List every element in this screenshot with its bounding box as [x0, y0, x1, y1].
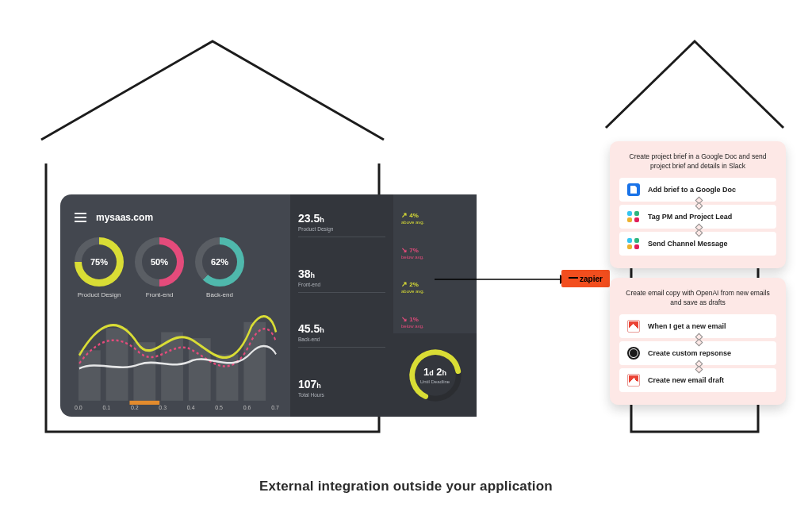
svg-rect-6 — [243, 322, 266, 401]
donut-percent: 75% — [75, 237, 124, 287]
workflow-step-label: When I get a new email — [648, 322, 726, 330]
stat-caption: Front-end — [298, 282, 385, 287]
workflow-connector-icon — [698, 201, 699, 206]
trend-arrow-icon: ↗ — [401, 280, 408, 288]
donut-back-end: 62%Back-end — [195, 237, 244, 298]
x-tick: 0.1 — [102, 405, 110, 410]
x-axis-ticks: 0.00.10.20.30.40.50.60.7 — [75, 405, 279, 410]
workflow-step-label: Create custom repsonse — [648, 349, 731, 357]
donut-percent: 62% — [195, 237, 244, 287]
stat-caption: Product Design — [298, 226, 385, 232]
x-tick: 0.0 — [75, 405, 82, 410]
workflow-connector-icon — [698, 364, 699, 369]
slack-icon — [627, 237, 640, 250]
workflow-connector-icon — [698, 337, 699, 342]
countdown-arc-icon — [404, 344, 466, 406]
workflow-step-label: Tag PM and Project Lead — [648, 213, 732, 221]
area-chart: 0.00.10.20.30.40.50.60.7 — [75, 308, 279, 409]
stats-column: 23.5hProduct Design38hFront-end45.5hBack… — [290, 194, 393, 417]
stat-value: 23.5h — [298, 212, 385, 225]
x-tick: 0.2 — [131, 405, 139, 410]
stat-value: 45.5h — [298, 322, 385, 335]
google-doc-icon — [627, 183, 640, 196]
trend-item: ↘ 1%below avg. — [401, 316, 472, 329]
trend-arrow-icon: ↗ — [401, 211, 408, 219]
gmail-icon — [627, 320, 640, 333]
trend-arrow-icon: ↘ — [401, 246, 408, 254]
countdown-tile: 1d 2h Until Deadline — [393, 333, 477, 417]
trend-pct: ↗ 2% — [401, 281, 419, 288]
saas-dashboard: mysaas.com 75%Product Design50%Front-end… — [60, 194, 477, 417]
trend-sub: below avg. — [401, 255, 424, 260]
donut-front-end: 50%Front-end — [135, 237, 184, 298]
workflow-step-label: Add brief to a Google Doc — [648, 186, 736, 194]
trend-sub: above avg. — [401, 220, 424, 225]
slack-icon — [627, 210, 640, 223]
area-chart-svg — [75, 308, 279, 409]
stat-caption: Back-end — [298, 337, 385, 342]
gmail-icon — [627, 374, 640, 387]
diagram-caption: External integration outside your applic… — [0, 479, 812, 494]
trend-arrow-icon: ↘ — [401, 315, 408, 323]
x-tick: 0.5 — [215, 405, 223, 410]
trend-sub: above avg. — [401, 289, 424, 294]
site-name: mysaas.com — [96, 212, 153, 223]
donut-label: Product Design — [78, 291, 121, 298]
svg-rect-1 — [106, 328, 128, 400]
trend-pct: ↘ 7% — [401, 247, 419, 254]
trend-item: ↗ 4%above avg. — [401, 212, 472, 225]
stat-row: 23.5hProduct Design — [298, 209, 385, 237]
x-tick: 0.7 — [271, 405, 279, 410]
stat-value: 38h — [298, 267, 385, 280]
donut-label: Front-end — [146, 291, 174, 298]
donut-row: 75%Product Design50%Front-end62%Back-end — [75, 237, 279, 298]
workflow-title: Create project brief in a Google Doc and… — [619, 152, 776, 178]
trend-pct: ↘ 1% — [401, 316, 419, 323]
stat-caption: Total Hours — [298, 392, 385, 398]
openai-icon — [627, 347, 640, 360]
stat-row: 38hFront-end — [298, 264, 385, 293]
svg-rect-0 — [79, 350, 101, 401]
workflow-stack: Create project brief in a Google Doc and… — [610, 141, 786, 405]
dashboard-main-column: mysaas.com 75%Product Design50%Front-end… — [60, 194, 290, 417]
connector-arrow — [435, 279, 568, 280]
workflow-connector-icon — [698, 228, 699, 233]
trend-column: ↗ 4%above avg.↘ 7%below avg.↗ 2%above av… — [398, 202, 472, 329]
svg-rect-4 — [189, 338, 211, 401]
workflow-card: Create email copy with OpenAI from new e… — [610, 278, 786, 405]
trend-pct: ↗ 4% — [401, 212, 419, 219]
stat-row: 107hTotal Hours — [298, 375, 385, 402]
trend-sub: below avg. — [401, 324, 424, 329]
zapier-badge: zapier — [561, 270, 610, 287]
workflow-step-label: Send Channel Message — [648, 240, 728, 248]
workflow-card: Create project brief in a Google Doc and… — [610, 141, 786, 268]
x-tick: 0.3 — [159, 405, 167, 410]
trend-deadline-column: ↗ 4%above avg.↘ 7%below avg.↗ 2%above av… — [393, 194, 477, 417]
donut-percent: 50% — [135, 237, 184, 287]
donut-product-design: 75%Product Design — [75, 237, 124, 298]
stat-row: 45.5hBack-end — [298, 319, 385, 348]
menu-icon[interactable] — [75, 213, 86, 222]
x-tick: 0.4 — [187, 405, 195, 410]
x-tick: 0.6 — [243, 405, 251, 410]
workflow-title: Create email copy with OpenAI from new e… — [619, 289, 776, 314]
workflow-step-label: Create new email draft — [648, 376, 724, 384]
stat-value: 107h — [298, 378, 385, 390]
trend-item: ↘ 7%below avg. — [401, 247, 472, 260]
donut-label: Back-end — [206, 291, 233, 298]
